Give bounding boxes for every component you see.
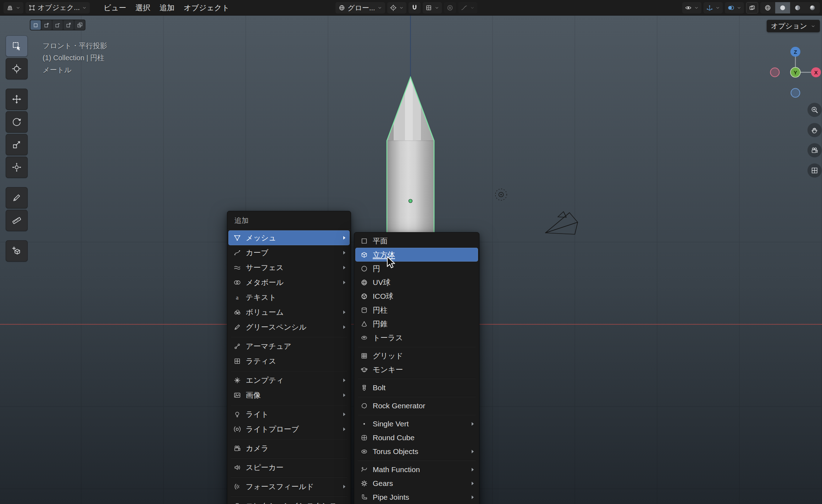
menu-item-torusobj[interactable]: Torus Objects	[355, 444, 478, 458]
menu-item-speaker[interactable]: スピーカー	[228, 460, 350, 475]
menu-item-roundcube[interactable]: Round Cube	[355, 431, 478, 444]
submenu-arrow-icon	[472, 422, 474, 426]
menu-item-camera[interactable]: カメラ	[228, 441, 350, 456]
menu-select[interactable]: 選択	[131, 2, 155, 13]
show-gizmos-dropdown[interactable]	[704, 2, 723, 13]
snap-toggle[interactable]	[409, 2, 421, 13]
transform-orientation-dropdown[interactable]: グロー...	[335, 2, 385, 13]
menu-item-gear[interactable]: Gears	[355, 476, 478, 490]
material-sphere-icon	[794, 4, 801, 11]
menu-item-metaball[interactable]: メタボール	[228, 275, 350, 290]
select-mode-extend[interactable]	[41, 20, 52, 30]
shading-solid-button[interactable]	[775, 2, 790, 13]
snap-settings-dropdown[interactable]	[423, 2, 442, 13]
object-visibility-dropdown[interactable]	[682, 2, 701, 13]
menu-item-label: Torus Objects	[373, 447, 467, 456]
menu-item-collection[interactable]: コレクションインスタンス	[228, 498, 350, 504]
menu-item-monkey[interactable]: モンキー	[355, 363, 478, 376]
menu-item-bolt[interactable]: Bolt	[355, 381, 478, 394]
nav-camera-button[interactable]	[807, 143, 822, 157]
gizmo-axis-neg-x[interactable]	[771, 68, 779, 77]
menu-object[interactable]: オブジェクト	[179, 2, 234, 13]
menu-item-forcefield[interactable]: フォースフィールド	[228, 479, 350, 494]
menu-separator	[358, 460, 476, 461]
menu-item-torus[interactable]: トーラス	[355, 331, 478, 345]
menu-item-mathfn[interactable]: Math Function	[355, 463, 478, 476]
menu-item-plane[interactable]: 平面	[355, 234, 478, 248]
options-dropdown[interactable]: オプション	[767, 20, 820, 32]
menu-item-light[interactable]: ライト	[228, 407, 350, 422]
menu-item-grid[interactable]: グリッド	[355, 349, 478, 363]
nav-perspective-button[interactable]	[807, 163, 822, 178]
xray-toggle[interactable]	[746, 2, 758, 13]
menu-item-label: Math Function	[373, 465, 467, 474]
menu-item-label: コレクションインスタンス	[246, 501, 339, 504]
gizmo-axis-neg-z[interactable]	[791, 89, 800, 97]
nav-zoom-button[interactable]	[807, 103, 822, 117]
select-mode-set[interactable]	[30, 20, 41, 30]
shading-rendered-button[interactable]	[805, 2, 820, 13]
tool-annotate[interactable]	[6, 187, 28, 208]
empty-icon	[233, 376, 241, 385]
menu-item-gpencil[interactable]: グリースペンシル	[228, 320, 350, 335]
menu-item-label: ラティス	[246, 356, 345, 366]
select-mode-invert[interactable]	[63, 20, 74, 30]
tool-scale[interactable]	[6, 134, 28, 155]
menu-item-volume[interactable]: ボリューム	[228, 305, 350, 320]
menu-item-cone[interactable]: 円錐	[355, 317, 478, 331]
torus-icon	[360, 334, 368, 342]
cube-icon	[360, 251, 368, 259]
pivot-icon	[390, 4, 397, 11]
menu-item-lightprobe[interactable]: ライトプローブ	[228, 422, 350, 437]
menu-item-pipe[interactable]: Pipe Joints	[355, 490, 478, 504]
proportional-falloff-dropdown[interactable]	[458, 2, 477, 13]
tool-rotate[interactable]	[6, 111, 28, 133]
tool-select-box[interactable]	[6, 35, 28, 57]
menu-item-empty[interactable]: エンプティ	[228, 373, 350, 388]
proportional-editing-toggle[interactable]	[444, 2, 456, 13]
menu-view[interactable]: ビュー	[99, 2, 131, 13]
select-mode-subtract[interactable]	[52, 20, 63, 30]
menu-item-lattice[interactable]: ラティス	[228, 354, 350, 369]
gizmo-axis-y[interactable]: Y	[790, 67, 800, 77]
pivot-point-dropdown[interactable]	[387, 2, 406, 13]
menu-item-rock[interactable]: Rock Generator	[355, 399, 478, 413]
menu-item-uvsphere[interactable]: UV球	[355, 275, 478, 289]
mode-dropdown[interactable]: オブジェク...	[26, 2, 90, 13]
plane-icon	[360, 237, 368, 245]
menu-item-icosphere[interactable]: ICO球	[355, 289, 478, 303]
header-right-tools	[682, 2, 820, 13]
menu-item-surface[interactable]: サーフェス	[228, 260, 350, 275]
submenu-arrow-icon	[472, 450, 474, 453]
tool-add-cube[interactable]	[6, 240, 28, 262]
menu-item-vert[interactable]: Single Vert	[355, 417, 478, 431]
gizmo-axis-z[interactable]: Z	[790, 47, 800, 57]
menu-item-cube[interactable]: 立方体	[355, 248, 478, 262]
menu-item-cylinder[interactable]: 円柱	[355, 303, 478, 317]
nav-pan-button[interactable]	[807, 123, 822, 137]
menu-item-image[interactable]: 画像	[228, 388, 350, 403]
tool-measure[interactable]	[6, 210, 28, 231]
navigation-gizmo[interactable]: Z X Y	[768, 45, 822, 99]
editor-type-button[interactable]	[4, 2, 23, 13]
shading-wireframe-button[interactable]	[760, 2, 775, 13]
tool-transform[interactable]	[6, 157, 28, 178]
menu-item-label: ライトプローブ	[246, 424, 339, 434]
camera-icon	[233, 444, 241, 453]
tool-move[interactable]	[6, 89, 28, 110]
torusobj-icon	[360, 447, 368, 456]
mesh-submenu-items: 平面立方体円UV球ICO球円柱円錐トーラスグリッドモンキーBoltRock Ge…	[354, 234, 479, 504]
menu-item-text[interactable]: aテキスト	[228, 290, 350, 305]
tool-cursor[interactable]	[6, 58, 28, 79]
menu-item-curve[interactable]: カーブ	[228, 245, 350, 260]
menu-item-mesh[interactable]: メッシュ	[228, 230, 350, 245]
show-overlays-dropdown[interactable]	[725, 2, 744, 13]
menu-item-circle[interactable]: 円	[355, 262, 478, 275]
gizmo-axis-x[interactable]: X	[811, 67, 821, 77]
menu-item-label: Gears	[373, 479, 467, 488]
menu-item-armature[interactable]: アーマチュア	[228, 339, 350, 354]
menu-add[interactable]: 追加	[155, 2, 179, 13]
shading-material-button[interactable]	[790, 2, 805, 13]
menu-item-label: サーフェス	[246, 263, 339, 273]
select-mode-intersect[interactable]	[74, 20, 85, 30]
